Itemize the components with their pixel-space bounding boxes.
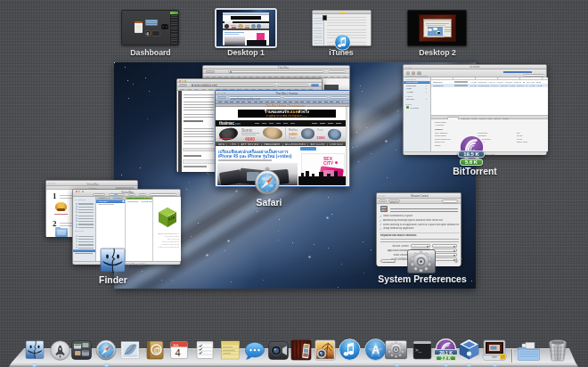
svg-text:4: 4 <box>176 347 181 358</box>
svg-text:@: @ <box>153 346 161 355</box>
svg-text:>_: >_ <box>415 347 422 354</box>
svg-text:A: A <box>372 344 380 356</box>
